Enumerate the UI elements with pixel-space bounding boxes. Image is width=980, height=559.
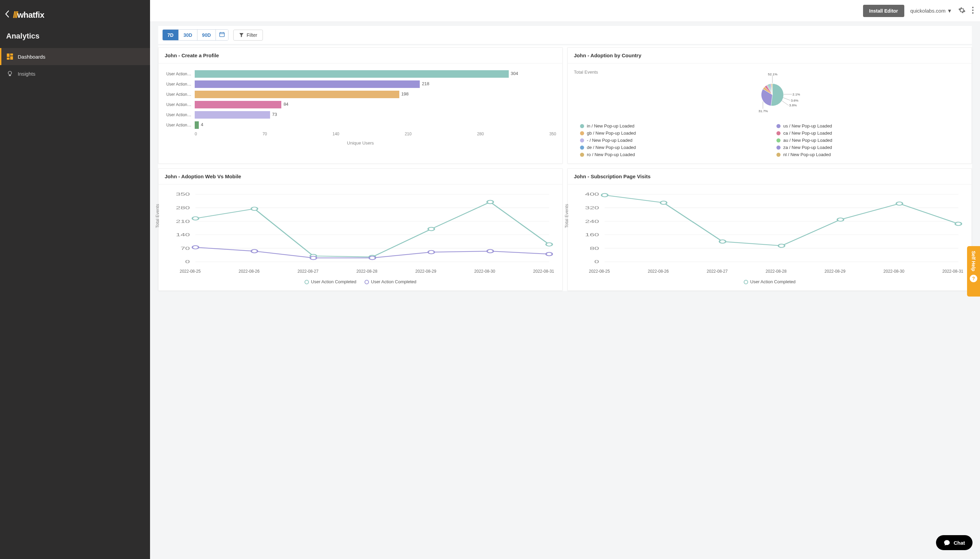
x-axis-label: Unique Users [165,141,556,146]
topbar: Install Editor quickolabs.com ▼ [150,0,980,22]
pie-chart: Total Events 52.1% 31.7% 3.8% 3.6% 2.1% … [568,63,972,163]
legend-item: in / New Pop-up Loaded [580,123,763,129]
x-axis-ticks: 2022-08-252022-08-262022-08-272022-08-28… [574,269,965,274]
svg-text:80: 80 [589,246,599,251]
bar-value: 218 [422,81,429,86]
legend-label: in / New Pop-up Loaded [587,123,634,129]
install-editor-button[interactable]: Install Editor [863,5,904,17]
svg-point-5 [972,7,973,8]
sidebar: ///whatfix Analytics Dashboards Insights [0,0,150,559]
bar-row: User Action… 304 [165,69,556,78]
svg-point-37 [546,243,552,246]
legend-dot [776,138,781,142]
y-axis-label: Total Events [155,204,160,228]
legend-item: de / New Pop-up Loaded [580,145,763,150]
range-30d-button[interactable]: 30D [179,30,197,40]
svg-line-15 [783,98,790,100]
bar-row: User Action… 198 [165,90,556,99]
pie-subhead: Total Events [574,69,598,74]
svg-point-60 [778,244,785,248]
legend-dot [580,138,584,142]
card-title: John - Adoption by Country [568,48,972,63]
svg-point-58 [661,201,667,205]
svg-point-57 [601,194,608,197]
svg-text:320: 320 [585,205,599,210]
svg-point-40 [310,256,316,260]
svg-point-4 [8,71,12,74]
y-axis-label: Total Events [564,204,569,228]
svg-point-32 [251,207,257,210]
sidebar-item-dashboards[interactable]: Dashboards [0,48,150,65]
range-7d-button[interactable]: 7D [163,30,179,40]
svg-text:280: 280 [176,205,190,210]
chat-button[interactable]: Chat [936,535,972,550]
bar-value: 198 [401,91,409,96]
bar-label: User Action… [165,123,191,127]
legend-dot [776,146,781,150]
sidebar-item-insights[interactable]: Insights [0,65,150,82]
svg-point-42 [428,251,434,254]
back-icon[interactable] [5,10,10,20]
svg-point-35 [428,227,434,231]
bar-label: User Action… [165,71,191,76]
svg-point-43 [487,250,493,253]
bar-fill [195,121,199,129]
svg-point-31 [192,217,199,220]
bar-value: 304 [511,71,518,76]
legend-label: za / New Pop-up Loaded [783,145,832,150]
svg-text:0: 0 [185,259,190,264]
svg-text:240: 240 [585,219,599,224]
svg-point-44 [546,252,552,256]
legend-label: nl / New Pop-up Loaded [783,152,831,157]
svg-text:70: 70 [180,246,190,251]
kebab-menu-icon[interactable] [972,7,974,15]
range-calendar-button[interactable] [216,30,228,40]
range-90d-button[interactable]: 90D [197,30,216,40]
legend-item: User Action Completed [305,279,356,284]
svg-rect-1 [10,53,13,56]
bar-value: 73 [272,112,277,117]
toolbar: 7D 30D 90D Filter [158,26,972,44]
legend-item: User Action Completed [364,279,416,284]
sidebar-item-label: Insights [18,71,35,77]
date-range-group: 7D 30D 90D [162,29,228,41]
bar-fill [195,91,399,98]
legend-label: - / New Pop-up Loaded [587,138,632,143]
card-title: John - Subscription Page Visits [568,169,972,184]
svg-text:400: 400 [585,192,599,197]
card-title: John - Create a Profile [159,48,562,63]
svg-point-59 [720,240,726,243]
caret-down-icon: ▼ [947,8,952,14]
svg-text:350: 350 [176,192,190,197]
filter-button[interactable]: Filter [233,30,263,41]
legend-item: za / New Pop-up Loaded [776,145,959,150]
bar-fill [195,81,420,88]
svg-point-39 [251,250,257,253]
legend-item: us / New Pop-up Loaded [776,123,959,129]
bar-row: User Action… 84 [165,100,556,109]
x-axis-ticks: 070140210280350 [195,132,556,136]
svg-line-13 [781,100,788,105]
legend-item: ca / New Pop-up Loaded [776,131,959,136]
legend-dot [580,124,584,128]
bar-chart: User Action… 304 User Action… 218 User A… [159,63,562,152]
self-help-tab[interactable]: Self Help ? [967,246,980,296]
gear-icon[interactable] [958,7,966,15]
svg-point-63 [955,222,961,226]
legend-dot [776,124,781,128]
bar-row: User Action… 218 [165,80,556,89]
svg-point-41 [369,256,376,260]
chart-legend: User Action Completed [574,279,965,284]
account-dropdown[interactable]: quickolabs.com ▼ [910,8,952,14]
svg-point-61 [838,218,844,221]
card-adoption-country: John - Adoption by Country Total Events … [568,47,972,164]
legend-label: us / New Pop-up Loaded [783,123,832,129]
svg-rect-0 [7,53,10,57]
bar-label: User Action… [165,102,191,107]
sidebar-title: Analytics [0,29,150,48]
card-create-profile: John - Create a Profile User Action… 304… [158,47,563,164]
bar-value: 4 [201,122,203,127]
chat-icon [944,539,950,546]
svg-text:2.1%: 2.1% [793,93,800,96]
legend-item: ro / New Pop-up Loaded [580,152,763,157]
